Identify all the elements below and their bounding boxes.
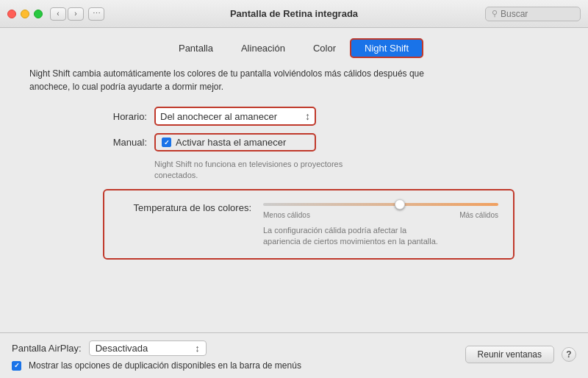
search-icon: ⚲ bbox=[492, 9, 498, 18]
maximize-button[interactable] bbox=[34, 10, 43, 18]
schedule-value: Del anochecer al amanecer bbox=[160, 111, 302, 122]
slider-background bbox=[263, 203, 498, 206]
tab-color[interactable]: Color bbox=[299, 39, 350, 57]
schedule-row: Horario: Del anochecer al amanecer ↕ bbox=[29, 107, 559, 126]
schedule-dropdown[interactable]: Del anochecer al amanecer ↕ bbox=[154, 107, 316, 126]
close-button[interactable] bbox=[7, 10, 16, 18]
forward-button[interactable]: › bbox=[68, 7, 84, 21]
slider-track bbox=[263, 199, 498, 210]
manual-checkbox-container[interactable]: ✓ Activar hasta el amanecer bbox=[154, 133, 316, 151]
bottom-actions: Reunir ventanas ? bbox=[465, 346, 576, 363]
search-bar[interactable]: ⚲ bbox=[485, 7, 581, 21]
reunir-ventanas-button[interactable]: Reunir ventanas bbox=[465, 346, 554, 363]
hint-text: Night Shift no funciona en televisiones … bbox=[154, 159, 375, 182]
manual-checkbox[interactable]: ✓ bbox=[162, 138, 171, 147]
chevron-down-icon: ↕ bbox=[305, 110, 310, 122]
manual-label: Manual: bbox=[29, 137, 147, 148]
bottom-bar: Pantalla AirPlay: Desactivada ↕ ✓ Mostra… bbox=[0, 332, 588, 378]
traffic-lights bbox=[7, 10, 43, 18]
manual-checkbox-label: Activar hasta el amanecer bbox=[176, 137, 286, 148]
slider-labels: Menos cálidos Más cálidos bbox=[263, 211, 498, 219]
less-warm-label: Menos cálidos bbox=[263, 211, 310, 219]
temperature-controls: Menos cálidos Más cálidos La configuraci… bbox=[263, 199, 498, 248]
help-button[interactable]: ? bbox=[562, 347, 576, 362]
airplay-row: Pantalla AirPlay: Desactivada ↕ bbox=[12, 340, 301, 356]
airplay-chevron-icon: ↕ bbox=[195, 343, 200, 354]
temperature-note: La configuración cálida podría afectar l… bbox=[263, 225, 440, 248]
duplication-checkbox-row: ✓ Mostrar las opciones de duplicación di… bbox=[12, 360, 301, 371]
nav-buttons: ‹ › bbox=[50, 7, 84, 21]
check-icon: ✓ bbox=[164, 139, 170, 146]
description-text: Night Shift cambia automáticamente los c… bbox=[29, 67, 441, 93]
tab-alineacion[interactable]: Alineación bbox=[227, 39, 299, 57]
main-content: Pantalla Alineación Color Night Shift Ni… bbox=[0, 28, 588, 378]
tab-pantalla[interactable]: Pantalla bbox=[165, 39, 227, 57]
slider-thumb[interactable] bbox=[395, 199, 405, 210]
temperature-box: Temperatura de los colores: Menos cálido… bbox=[103, 189, 514, 260]
airplay-dropdown[interactable]: Desactivada ↕ bbox=[89, 340, 207, 356]
duplication-check-icon: ✓ bbox=[14, 362, 20, 369]
manual-row: Manual: ✓ Activar hasta el amanecer bbox=[29, 133, 559, 151]
tabs-row: Pantalla Alineación Color Night Shift bbox=[0, 28, 588, 67]
temperature-label: Temperatura de los colores: bbox=[119, 202, 251, 213]
grid-button[interactable]: ⋯ bbox=[88, 7, 104, 21]
minimize-button[interactable] bbox=[21, 10, 29, 18]
title-bar: ‹ › ⋯ Pantalla de Retina integrada ⚲ bbox=[0, 0, 588, 28]
tab-night-shift[interactable]: Night Shift bbox=[350, 38, 423, 58]
back-button[interactable]: ‹ bbox=[50, 7, 66, 21]
more-warm-label: Más cálidos bbox=[459, 211, 498, 219]
window-title: Pantalla de Retina integrada bbox=[230, 8, 358, 19]
duplication-label: Mostrar las opciones de duplicación disp… bbox=[29, 360, 301, 371]
schedule-label: Horario: bbox=[29, 111, 147, 122]
airplay-label: Pantalla AirPlay: bbox=[12, 343, 82, 354]
airplay-value: Desactivada bbox=[96, 343, 196, 354]
content-area: Night Shift cambia automáticamente los c… bbox=[0, 67, 588, 332]
duplication-checkbox[interactable]: ✓ bbox=[12, 361, 21, 371]
bottom-row: Pantalla AirPlay: Desactivada ↕ ✓ Mostra… bbox=[12, 340, 576, 371]
search-input[interactable] bbox=[501, 9, 567, 19]
